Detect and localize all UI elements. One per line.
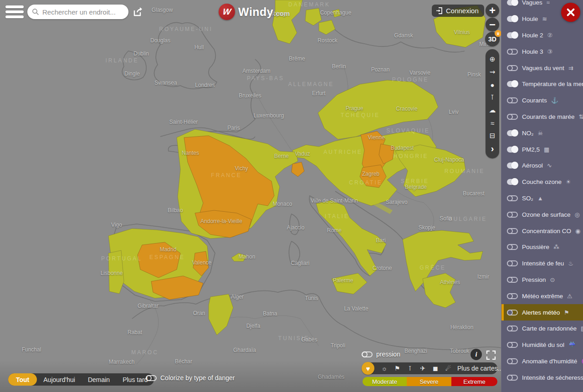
map-city-label: Benghazi [404, 348, 427, 354]
premium-crown-icon: ♛ [495, 30, 501, 37]
layer-item-houle-2[interactable]: Houle 2② [501, 27, 583, 44]
map-region-label: CROATIE [349, 179, 382, 186]
layer-item-alertes-meteo[interactable]: Alertes météo⚑ [501, 304, 583, 321]
globe-icon[interactable]: ⊕ [486, 53, 499, 66]
layer-item-humidite-du-sol[interactable]: Humidité du sol☔ [501, 337, 583, 353]
clouds-icon[interactable]: ☁ [486, 104, 499, 117]
layer-item-so2[interactable]: SO₂▲ [501, 190, 583, 207]
layer-toggle-courants-de-maree[interactable] [507, 114, 518, 120]
aerosol-icon: ∿ [547, 162, 552, 169]
map-city-label: Ville de Saint-Marin [311, 198, 358, 204]
webcam-icon[interactable]: ◼ [429, 365, 442, 372]
radar-icon[interactable]: ☄ [442, 365, 455, 372]
map-canvas[interactable]: GlasgowDouglasHullDublinDingleSwanseaLon… [0, 0, 501, 392]
layer-item-pm25[interactable]: PM2,5▦ [501, 141, 583, 158]
map-region-label: SLOVAQUIE [386, 127, 430, 134]
map-region-label: DANEMARK [288, 1, 330, 8]
layer-toggle-concentration-co[interactable] [507, 228, 518, 234]
favorite-heart-icon[interactable]: ♥ [362, 362, 374, 375]
layer-item-temperature-de-la-mer[interactable]: Température de la mer℃ [501, 76, 583, 92]
layer-item-pression[interactable]: Pression⊙ [501, 272, 583, 288]
layer-toggle-aerosol[interactable] [507, 163, 518, 168]
plane-icon[interactable]: ✈ [416, 365, 429, 372]
login-button[interactable]: Connexion [432, 5, 484, 17]
layer-toggle-poussiere[interactable] [507, 244, 518, 250]
raindrop-icon[interactable]: ● [486, 78, 499, 91]
share-icon[interactable] [133, 6, 143, 17]
layer-toggle-ozone-de-surface[interactable] [507, 212, 518, 218]
layer-item-no2[interactable]: NO₂☠ [501, 125, 583, 141]
expand-chevron-icon[interactable]: › [486, 142, 499, 155]
layer-toggle-no2[interactable] [507, 130, 518, 136]
fullscreen-button[interactable] [486, 350, 496, 361]
waves-icon[interactable]: ≈ [486, 117, 499, 129]
layer-item-aerosol[interactable]: Aérosol∿ [501, 158, 583, 174]
quick-layers-rail[interactable]: ⊕⇝●⊺☁≈⊟› [486, 49, 499, 158]
layer-toggle-houle[interactable] [507, 16, 518, 22]
layer-item-concentration-co[interactable]: Concentration CO◉ [501, 223, 583, 239]
traffic-icon[interactable]: ⊟ [486, 129, 499, 142]
layer-toggle-vagues-du-vent[interactable] [507, 65, 518, 71]
layer-item-intensite-de-secheresse[interactable]: Intensité de sécheresse [501, 369, 583, 386]
pressure-isolines-toggle-row[interactable]: pression [362, 351, 400, 358]
thermometer-icon[interactable]: ⊺ [486, 91, 499, 104]
layer-toggle-intensite-de-secheresse[interactable] [507, 375, 518, 381]
colorize-toggle[interactable] [146, 375, 157, 381]
more-maps-label[interactable]: Plus de cartes... [457, 365, 501, 372]
layer-item-couche-ozone[interactable]: Couche ozone☀ [501, 174, 583, 190]
thermometer-icon[interactable]: ⊺ [404, 365, 416, 372]
map-labels-layer: GlasgowDouglasHullDublinDingleSwanseaLon… [0, 0, 501, 392]
layer-toggle-couche-ozone[interactable] [507, 179, 518, 185]
zoom-out-button[interactable]: − [486, 18, 499, 31]
tab-demain[interactable]: Demain [82, 373, 116, 386]
layer-toggle-temperature-de-la-mer[interactable] [507, 81, 518, 87]
layer-item-vagues-du-vent[interactable]: Vagues du vent⇉ [501, 60, 583, 76]
tab-tout[interactable]: Tout [8, 373, 37, 386]
colorize-toggle-row[interactable]: Colorize by type of danger [146, 374, 235, 382]
layer-toggle-courants[interactable] [507, 97, 518, 103]
layer-toggle-meteo-extreme[interactable] [507, 293, 518, 299]
close-menu-button[interactable] [561, 3, 580, 22]
zoom-in-button[interactable]: + [486, 4, 499, 17]
layer-item-courants[interactable]: Courants⚓ [501, 92, 583, 109]
layer-toggle-houle-3[interactable] [507, 49, 518, 55]
layer-toggle-alertes-meteo[interactable] [507, 310, 518, 316]
layer-item-meteo-extreme[interactable]: Météo extrême⚠ [501, 288, 583, 304]
layer-toggle-pm25[interactable] [507, 147, 518, 153]
layer-item-poussiere[interactable]: Poussière⁂ [501, 239, 583, 255]
weather-icon[interactable]: ☼ [378, 365, 391, 372]
layer-toggle-carte-de-randonnee[interactable] [507, 326, 518, 331]
layer-item-houle-3[interactable]: Houle 3③ [501, 43, 583, 60]
vagues-icon: ≈ [547, 0, 550, 6]
layer-toggle-anomalie-dhumidite[interactable] [507, 358, 518, 364]
layer-toggle-humidite-du-sol[interactable] [507, 342, 518, 348]
layer-item-anomalie-dhumidite[interactable]: Anomalie d'humidité♒ [501, 353, 583, 370]
map-city-label: Prague [346, 105, 363, 112]
tab-aujourdhui[interactable]: Aujourd'hui [37, 373, 82, 386]
layer-item-carte-de-randonnee[interactable]: Carte de randonnée▤ [501, 321, 583, 337]
legend-extreme: Extreme [451, 377, 497, 386]
more-maps-bar[interactable]: ♥ ☼⚑⊺✈◼☄ Plus de cartes... [363, 362, 497, 374]
map-city-label: Alger [231, 294, 244, 300]
map-city-label: Bari [376, 237, 385, 244]
menu-button[interactable] [5, 5, 25, 19]
windsock-icon[interactable]: ⚑ [391, 365, 404, 372]
time-filter-tabs[interactable]: ToutAujourd'huiDemainPlus tard [8, 373, 154, 386]
layer-toggle-so2[interactable] [507, 195, 518, 201]
layer-toggle-houle-2[interactable] [507, 32, 518, 38]
pression-icon: ⊙ [550, 276, 555, 283]
layer-toggle-vagues[interactable] [507, 0, 518, 5]
layer-item-courants-de-maree[interactable]: Courants de marée⇅ [501, 109, 583, 125]
wind-icon[interactable]: ⇝ [486, 66, 499, 78]
pressure-toggle[interactable] [362, 351, 373, 357]
layer-item-ozone-de-surface[interactable]: Ozone de surface◎ [501, 206, 583, 223]
search-bar[interactable] [27, 5, 128, 19]
windy-logo[interactable]: W Windy .com [219, 4, 290, 20]
info-button[interactable]: i [470, 349, 482, 360]
map-city-label: Sarajevo [386, 199, 407, 205]
search-input[interactable] [42, 8, 124, 16]
layer-label: Courants de marée [522, 113, 575, 120]
layer-item-intensite-de-feu[interactable]: Intensité de feu♨ [501, 255, 583, 272]
layer-toggle-intensite-de-feu[interactable] [507, 260, 518, 266]
layer-toggle-pression[interactable] [507, 277, 518, 283]
